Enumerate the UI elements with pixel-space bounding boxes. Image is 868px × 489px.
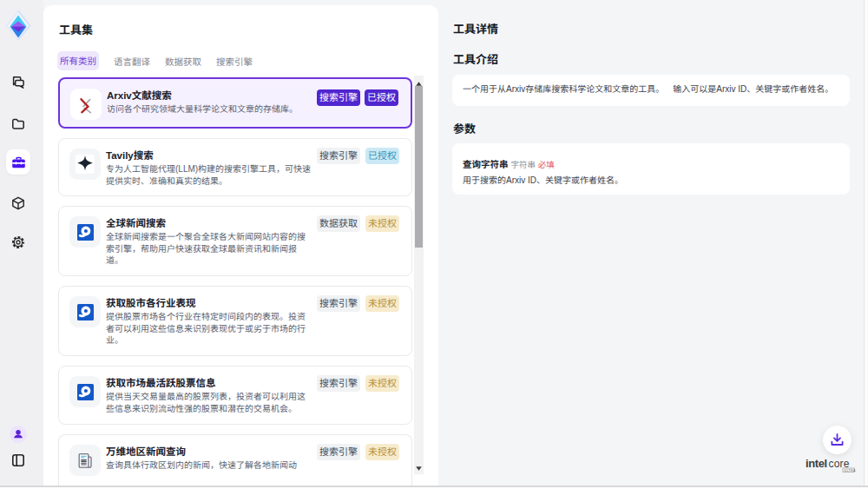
svg-text:intel: intel bbox=[806, 457, 827, 470]
svg-text:core: core bbox=[829, 458, 850, 470]
svg-text:ULTRA: ULTRA bbox=[845, 469, 856, 472]
